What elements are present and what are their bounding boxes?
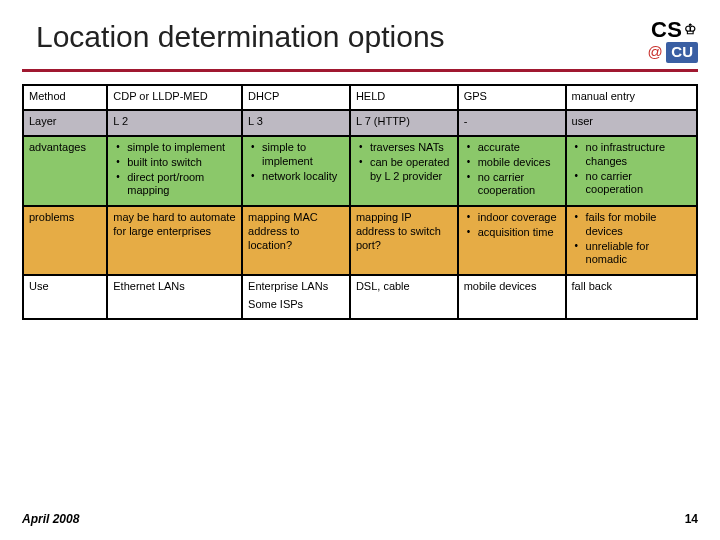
cell: CDP or LLDP-MED [107, 85, 242, 111]
cs-cu-logo: CS♔ @ CU [647, 18, 698, 63]
row-method: Method CDP or LLDP-MED DHCP HELD GPS man… [23, 85, 697, 111]
page-number: 14 [685, 512, 698, 526]
location-options-table: Method CDP or LLDP-MED DHCP HELD GPS man… [22, 84, 698, 320]
row-advantages: advantages simple to implement built int… [23, 136, 697, 206]
cell: L 7 (HTTP) [350, 110, 458, 136]
row-label: Method [23, 85, 107, 111]
cell: traverses NATs can be operated by L 2 pr… [350, 136, 458, 206]
cell: Ethernet LANs [107, 275, 242, 319]
cell: mapping IP address to switch port? [350, 206, 458, 275]
cell: simple to implement network locality [242, 136, 350, 206]
cell: simple to implement built into switch di… [107, 136, 242, 206]
footer-date: April 2008 [22, 512, 79, 526]
cell: Enterprise LANs Some ISPs [242, 275, 350, 319]
row-label: Layer [23, 110, 107, 136]
cell: user [566, 110, 697, 136]
cell: GPS [458, 85, 566, 111]
row-use: Use Ethernet LANs Enterprise LANs Some I… [23, 275, 697, 319]
row-layer: Layer L 2 L 3 L 7 (HTTP) - user [23, 110, 697, 136]
cell: HELD [350, 85, 458, 111]
cell: may be hard to automate for large enterp… [107, 206, 242, 275]
cell: no infrastructure changes no carrier coo… [566, 136, 697, 206]
row-label: Use [23, 275, 107, 319]
cell: indoor coverage acquisition time [458, 206, 566, 275]
cell: accurate mobile devices no carrier coope… [458, 136, 566, 206]
cell: DSL, cable [350, 275, 458, 319]
cell: L 2 [107, 110, 242, 136]
cell: mobile devices [458, 275, 566, 319]
cell: fails for mobile devices unreliable for … [566, 206, 697, 275]
cell: L 3 [242, 110, 350, 136]
page-title: Location determination options [36, 20, 445, 54]
cell: - [458, 110, 566, 136]
cell: manual entry [566, 85, 697, 111]
crown-icon: ♔ [684, 22, 698, 37]
row-problems: problems may be hard to automate for lar… [23, 206, 697, 275]
row-label: problems [23, 206, 107, 275]
row-label: advantages [23, 136, 107, 206]
cell: mapping MAC address to location? [242, 206, 350, 275]
title-rule [22, 69, 698, 72]
cell: fall back [566, 275, 697, 319]
cell: DHCP [242, 85, 350, 111]
